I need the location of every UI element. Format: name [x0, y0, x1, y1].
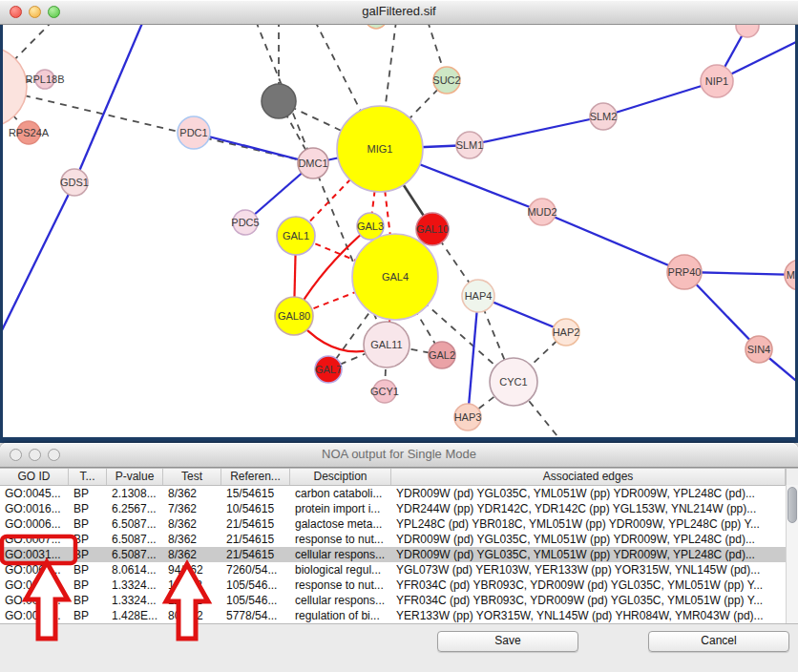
table-cell: YER133W (pp) YOR315W, YNL145W (pd) YHR08…	[391, 608, 786, 623]
table-cell: 8/362	[163, 547, 221, 562]
table-row[interactable]: GO:0065...BP8.0614...94/3627260/54...bio…	[0, 562, 798, 578]
table-row[interactable]: GO:0031...BP1.3324...11/362105/546...cel…	[0, 593, 798, 608]
table-cell: BP	[69, 516, 107, 532]
table-cell: BP	[69, 547, 107, 562]
column-header-3[interactable]: Test	[163, 469, 221, 485]
graph-node-label: MIG1	[368, 143, 393, 155]
graph-node-label: SUC2	[432, 74, 460, 86]
table-cell: 1.428E...	[107, 608, 163, 623]
column-header-6[interactable]: Associated edges	[391, 469, 786, 485]
column-header-4[interactable]: Referen...	[221, 469, 290, 485]
noa-output-window: NOA output for Single Mode GO IDT...P-va…	[0, 443, 798, 672]
network-view-frame: RPL18BRPS24AGDS1PDC1MIG1SUC2SLM1DMC1PDC5…	[0, 25, 798, 443]
table-cell: YFR034C (pd) YBR093C, YDR009W (pd) YGL03…	[391, 578, 786, 593]
table-header-row: GO IDT...P-valueTestReferen...Desciption…	[0, 469, 798, 486]
graph-node-label: CYC1	[499, 376, 527, 388]
table-cell: regulation of bi...	[290, 608, 391, 623]
table-cell: 6.2567...	[107, 501, 163, 516]
graph-node-label: PRP40	[668, 266, 702, 278]
table-cell: 5778/54...	[221, 608, 290, 623]
scrollbar-corner	[786, 469, 798, 485]
table-cell: 6.5087...	[107, 516, 163, 532]
graph-edge-blue	[194, 133, 313, 163]
table-cell: protein import i...	[290, 501, 391, 516]
table-cell: 11/362	[163, 578, 221, 593]
table-cell: YDR244W (pp) YDR142C, YDR142C (pp) YGL15…	[391, 501, 786, 516]
table-row[interactable]: GO:0006...BP6.5087...8/36221/54615galact…	[0, 516, 798, 532]
graph-node-dark-node[interactable]	[262, 84, 296, 118]
graph-node-label: HAP3	[454, 411, 482, 423]
network-window: galFiltered.sif RPL18BRPS24AGDS1PDC1MIG1…	[0, 0, 798, 443]
graph-node-label: GAL2	[429, 349, 455, 361]
graph-node-label: GDS1	[60, 177, 89, 188]
table-row[interactable]: GO:0045...BP2.1308...8/36215/54615carbon…	[0, 486, 798, 501]
table-cell: 21/54615	[221, 532, 290, 547]
table-cell: 94/362	[163, 562, 221, 578]
table-cell: 80/362	[163, 608, 221, 623]
network-window-titlebar[interactable]: galFiltered.sif	[0, 0, 798, 25]
graph-node-label: NIP1	[705, 75, 728, 87]
table-cell: 11/362	[163, 593, 221, 608]
column-header-1[interactable]: T...	[69, 469, 107, 485]
graph-node-label: GAL7	[315, 364, 342, 375]
table-cell: YDR009W (pd) YGL035C, YML051W (pp) YDR00…	[391, 532, 786, 547]
graph-node-green-top[interactable]	[366, 25, 387, 29]
graph-node-label: RPS24A	[9, 127, 50, 138]
table-row[interactable]: GO:0016...BP6.2567...7/36210/54615protei…	[0, 501, 798, 516]
table-cell: galactose meta...	[290, 516, 391, 532]
table-row[interactable]: GO:0031...BP1.3324...11/362105/546...res…	[0, 578, 798, 593]
table-cell: BP	[69, 608, 107, 623]
vertical-scrollbar[interactable]	[786, 485, 798, 623]
column-header-5[interactable]: Desciption	[290, 469, 391, 485]
table-cell: 8.0614...	[107, 562, 163, 578]
graph-node-label: MSL1	[787, 269, 795, 281]
graph-node-label: GAL4	[382, 271, 409, 283]
screen: galFiltered.sif RPL18BRPS24AGDS1PDC1MIG1…	[0, 0, 798, 672]
table-cell: BP	[69, 501, 107, 516]
table-cell: cellular respons...	[290, 593, 391, 608]
save-button[interactable]: Save	[437, 631, 578, 652]
table-row[interactable]: GO:0007...BP6.5087...8/36221/54615respon…	[0, 532, 798, 547]
graph-edge-blue	[74, 25, 143, 182]
network-canvas[interactable]: RPL18BRPS24AGDS1PDC1MIG1SUC2SLM1DMC1PDC5…	[3, 25, 795, 437]
table-cell: GO:0031...	[0, 578, 69, 593]
window-title: NOA output for Single Mode	[0, 447, 798, 461]
graph-node-label: PDC1	[179, 127, 207, 138]
table-cell: GO:0045...	[0, 486, 69, 501]
table-cell: 105/546...	[221, 593, 290, 608]
graph-edge-blue	[468, 296, 478, 417]
table-cell: YDR009W (pd) YGL035C, YML051W (pp) YDR00…	[391, 547, 786, 562]
table-cell: 7/362	[163, 501, 221, 516]
table-row[interactable]: GO:0031...BP6.5087...8/36221/54615cellul…	[0, 547, 798, 562]
noa-window-titlebar[interactable]: NOA output for Single Mode	[0, 443, 798, 468]
graph-node-label: SIN4	[747, 344, 770, 355]
scrollbar-thumb[interactable]	[788, 487, 797, 523]
table-cell: YGL073W (pd) YER103W, YER133W (pp) YOR31…	[391, 562, 786, 578]
table-cell: 105/546...	[221, 578, 290, 593]
graph-node-big-left[interactable]	[3, 47, 27, 127]
cancel-button[interactable]: Cancel	[648, 631, 789, 652]
graph-node-label: GAL10	[416, 223, 449, 235]
table-cell: 21/54615	[221, 547, 290, 562]
table-cell: cellular respons...	[290, 547, 391, 562]
graph-node-label: HAP4	[465, 290, 493, 302]
graph-edge-blue	[603, 81, 717, 116]
table-cell: BP	[69, 532, 107, 547]
table-cell: biological regul...	[290, 562, 391, 578]
column-header-0[interactable]: GO ID	[0, 469, 69, 485]
window-title: galFiltered.sif	[0, 4, 798, 18]
table-cell: 10/54615	[221, 501, 290, 516]
table-cell: GO:0065...	[0, 562, 69, 578]
table-cell: 1.3324...	[107, 593, 163, 608]
graph-node-label: RPL18B	[26, 74, 65, 85]
table-cell: YFR034C (pd) YBR093C, YDR009W (pd) YGL03…	[391, 593, 786, 608]
table-cell: BP	[69, 486, 107, 501]
column-header-2[interactable]: P-value	[107, 469, 163, 485]
graph-node-label: SLM2	[590, 111, 618, 122]
graph-node-label: MUD2	[527, 206, 556, 218]
graph-node-pink-top[interactable]	[736, 25, 759, 37]
graph-node-label: DMC1	[298, 158, 327, 169]
table-row[interactable]: GO:0050...BP1.428E...80/3625778/54...reg…	[0, 608, 798, 623]
graph-node-label: HAP2	[553, 326, 580, 338]
graph-edge-blue	[470, 116, 603, 145]
